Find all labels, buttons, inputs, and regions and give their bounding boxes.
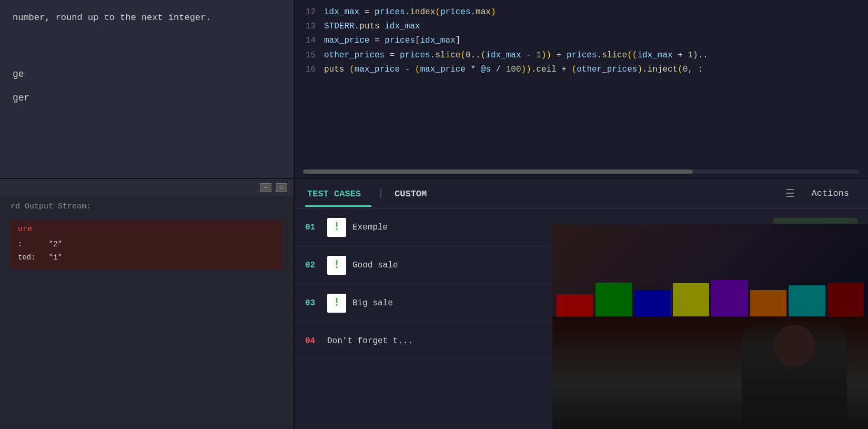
output-stream-label: rd Output Stream: (11, 202, 283, 211)
maximize-button[interactable] (276, 183, 287, 192)
test-case-number: 02 (305, 261, 321, 270)
code-editor: 12idx_max = prices.index(prices.max)13ST… (295, 0, 868, 179)
test-case-badge: ! (327, 294, 346, 313)
line-code: STDERR.puts idx_max (324, 19, 420, 34)
test-case-badge: ! (327, 218, 346, 237)
problem-partial-2: ger (13, 91, 281, 106)
expected-label: ted: (18, 253, 36, 262)
code-line: 16puts (max_price - (max_price * @s / 10… (303, 63, 860, 77)
problem-partial-1: ge (13, 67, 281, 82)
problem-panel: number, round up to the next integer. ge… (0, 0, 295, 179)
horizontal-scrollbar[interactable] (303, 169, 860, 174)
testcases-header: TEST CASES | CUSTOM ☰ Actions (295, 179, 868, 208)
test-case-number: 01 (305, 223, 321, 232)
code-line: 12idx_max = prices.index(prices.max) (303, 5, 860, 19)
scrollbar-thumb (303, 169, 693, 174)
test-case-number: 03 (305, 298, 321, 308)
stream-prefix: rd Output Stream: (11, 202, 91, 211)
code-line: 13STDERR.puts idx_max (303, 19, 860, 34)
webcam-main (552, 224, 868, 429)
got-label: : (18, 240, 22, 248)
webcam-feed (552, 224, 868, 429)
line-code: other_prices = prices.slice(0..(idx_max … (324, 48, 708, 63)
webcam-overlay (552, 224, 868, 429)
line-number: 12 (303, 5, 316, 19)
problem-description: number, round up to the next integer. (13, 11, 281, 25)
code-line: 15other_prices = prices.slice(0..(idx_ma… (303, 48, 860, 63)
person-head (773, 325, 815, 367)
line-number: 16 (303, 63, 316, 77)
output-content: rd Output Stream: ure : "2" ted: "1" (0, 196, 294, 276)
failure-block: ure : "2" ted: "1" (11, 220, 283, 270)
code-line: 14max_price = prices[idx_max] (303, 34, 860, 48)
failure-detail: : "2" ted: "1" (18, 238, 276, 264)
line-code: max_price = prices[idx_max] (324, 34, 460, 48)
person-silhouette (552, 316, 868, 430)
line-number: 13 (303, 19, 316, 34)
test-case-number: 04 (305, 336, 321, 346)
tab-custom[interactable]: CUSTOM (386, 181, 437, 207)
output-toolbar (0, 179, 294, 196)
got-value: "2" (49, 240, 62, 248)
line-number: 15 (303, 48, 316, 63)
line-code: puts (max_price - (max_price * @s / 100)… (324, 63, 703, 77)
expected-value: "1" (49, 253, 62, 262)
tab-test-cases[interactable]: TEST CASES (305, 181, 371, 207)
output-panel: rd Output Stream: ure : "2" ted: "1" (0, 179, 295, 429)
tab-separator: | (378, 187, 384, 199)
failure-title: ure (18, 225, 276, 234)
test-case-badge: ! (327, 256, 346, 275)
line-code: idx_max = prices.index(prices.max) (324, 5, 496, 19)
bookshelf (552, 224, 868, 326)
actions-button[interactable]: Actions (803, 184, 857, 203)
list-view-icon[interactable]: ☰ (781, 183, 799, 204)
code-lines-container: 12idx_max = prices.index(prices.max)13ST… (295, 5, 868, 77)
line-number: 14 (303, 34, 316, 48)
minimize-button[interactable] (260, 183, 271, 192)
